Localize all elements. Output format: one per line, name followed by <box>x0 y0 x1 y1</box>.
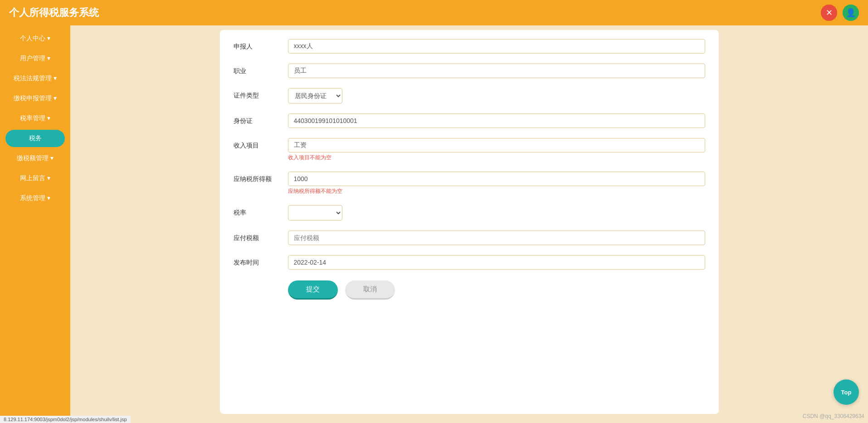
form-label-tax-rate: 税率 <box>234 205 288 217</box>
form-label-id-type: 证件类型 <box>234 88 288 100</box>
form-label-publish-time: 发布时间 <box>234 255 288 267</box>
sidebar-item-tax-law-management[interactable]: 税法法规管理 ▾ <box>5 70 65 87</box>
form-row-occupation: 职业 <box>234 64 705 80</box>
input-id-number[interactable] <box>288 113 705 128</box>
form-field-publish-time <box>288 255 705 270</box>
form-label-declarant: 申报人 <box>234 39 288 51</box>
sidebar: 个人中心 ▾用户管理 ▾税法法规管理 ▾缴税申报管理 ▾税率管理 ▾税务缴税额管… <box>0 25 70 423</box>
form-field-declarant <box>288 39 705 54</box>
sidebar-item-tax[interactable]: 税务 <box>5 130 65 147</box>
form-field-income-item: 收入项目不能为空 <box>288 138 705 162</box>
error-income-item: 收入项目不能为空 <box>288 154 705 162</box>
top-button[interactable]: Top <box>834 379 859 405</box>
form-row-declarant: 申报人 <box>234 39 705 55</box>
form-row-id-type: 证件类型居民身份证护照港澳通行证 <box>234 88 705 105</box>
form-row-publish-time: 发布时间 <box>234 255 705 271</box>
main-content: 申报人职业证件类型居民身份证护照港澳通行证身份证收入项目收入项目不能为空应纳税所… <box>70 25 868 423</box>
error-taxable-income: 应纳税所得额不能为空 <box>288 187 705 195</box>
form-label-income-item: 收入项目 <box>234 138 288 150</box>
form-field-taxable-income: 应纳税所得额不能为空 <box>288 172 705 195</box>
close-button[interactable]: ✕ <box>821 5 837 21</box>
user-button[interactable]: 👤 <box>843 5 859 21</box>
form-label-taxable-income: 应纳税所得额 <box>234 172 288 183</box>
header: 个人所得税服务系统 ✕ 👤 <box>0 0 868 25</box>
form-field-tax-rate: 3%10%20%25%30%35%45% <box>288 205 705 221</box>
main-layout: 个人中心 ▾用户管理 ▾税法法规管理 ▾缴税申报管理 ▾税率管理 ▾税务缴税额管… <box>0 25 868 423</box>
input-occupation[interactable] <box>288 64 705 78</box>
form-field-tax-amount <box>288 231 705 245</box>
form-row-income-item: 收入项目收入项目不能为空 <box>234 138 705 163</box>
form-field-id-type: 居民身份证护照港澳通行证 <box>288 88 705 103</box>
sidebar-item-tax-filing-management[interactable]: 缴税申报管理 ▾ <box>5 90 65 107</box>
form-row-id-number: 身份证 <box>234 113 705 130</box>
input-declarant[interactable] <box>288 39 705 54</box>
header-actions: ✕ 👤 <box>821 5 859 21</box>
sidebar-item-online-message[interactable]: 网上留言 ▾ <box>5 170 65 187</box>
form-label-id-number: 身份证 <box>234 113 288 125</box>
sidebar-item-system-management[interactable]: 系统管理 ▾ <box>5 190 65 207</box>
form-card: 申报人职业证件类型居民身份证护照港澳通行证身份证收入项目收入项目不能为空应纳税所… <box>220 30 719 414</box>
form-row-tax-amount: 应付税额 <box>234 231 705 247</box>
select-id-type[interactable]: 居民身份证护照港澳通行证 <box>288 88 342 103</box>
sidebar-item-user-management[interactable]: 用户管理 ▾ <box>5 50 65 67</box>
form-button-row: 提交取消 <box>234 280 705 300</box>
form-field-occupation <box>288 64 705 78</box>
cancel-button[interactable]: 取消 <box>345 280 395 300</box>
form-label-occupation: 职业 <box>234 64 288 75</box>
input-income-item[interactable] <box>288 138 705 152</box>
form-row-tax-rate: 税率3%10%20%25%30%35%45% <box>234 205 705 222</box>
form-label-tax-amount: 应付税额 <box>234 231 288 242</box>
input-tax-amount[interactable] <box>288 231 705 245</box>
select-tax-rate[interactable]: 3%10%20%25%30%35%45% <box>288 205 342 221</box>
sidebar-item-tax-amount-management[interactable]: 缴税额管理 ▾ <box>5 150 65 167</box>
form-row-taxable-income: 应纳税所得额应纳税所得额不能为空 <box>234 172 705 197</box>
sidebar-item-tax-rate-management[interactable]: 税率管理 ▾ <box>5 110 65 127</box>
input-taxable-income[interactable] <box>288 172 705 186</box>
input-publish-time[interactable] <box>288 255 705 270</box>
sidebar-item-personal-center[interactable]: 个人中心 ▾ <box>5 30 65 47</box>
app-title: 个人所得税服务系统 <box>9 6 99 20</box>
form-field-id-number <box>288 113 705 128</box>
submit-button[interactable]: 提交 <box>288 280 338 300</box>
